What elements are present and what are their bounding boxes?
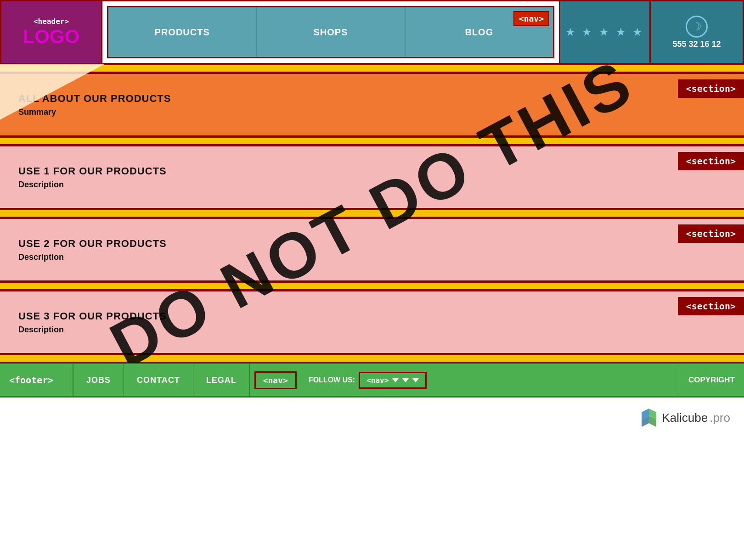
nav-shops[interactable]: SHOPS: [257, 7, 405, 57]
main-nav: <nav> PRODUCTS SHOPS BLOG: [107, 6, 554, 58]
section-2-subtitle: Description: [18, 180, 64, 190]
footer-contact[interactable]: CONTACT: [124, 364, 193, 396]
section-2-title: USE 1 FOR OUR PRODUCTS: [18, 165, 167, 177]
kalicube-name: Kalicube: [662, 411, 708, 425]
section-4-subtitle: Description: [18, 325, 64, 335]
footer-nav-tag: <nav>: [254, 371, 297, 389]
chevron-down-icon-2: [402, 378, 409, 382]
footer-follow-nav-tag: <nav>: [366, 376, 389, 385]
footer-legal[interactable]: LEGAL: [193, 364, 250, 396]
section-1-wrapper: <section> ALL ABOUT OUR PRODUCTS Summary: [0, 64, 744, 137]
yellow-divider-1: [0, 137, 744, 145]
page-footer: <footer> JOBS CONTACT LEGAL <nav> FOLLOW…: [0, 363, 744, 398]
logo-area: <header> LOGO: [1, 1, 102, 63]
section-4-wrapper: <section> USE 3 FOR OUR PRODUCTS Descrip…: [0, 282, 744, 363]
page-header: <header> LOGO <nav> PRODUCTS SHOPS BLOG …: [0, 0, 744, 64]
section-2-wrapper: <section> USE 1 FOR OUR PRODUCTS Descrip…: [0, 137, 744, 209]
stars-display: ★ ★ ★ ★ ★: [565, 26, 645, 39]
section-1: <section> ALL ABOUT OUR PRODUCTS Summary: [0, 73, 744, 137]
section-3-tag: <section>: [678, 224, 744, 243]
section-3-title: USE 2 FOR OUR PRODUCTS: [18, 238, 167, 250]
section-3-subtitle: Description: [18, 252, 64, 262]
nav-links: PRODUCTS SHOPS BLOG: [108, 7, 553, 57]
yellow-divider-4: [0, 354, 744, 363]
phone-number: 555 32 16 12: [672, 39, 721, 49]
logo-text: LOGO: [23, 26, 80, 48]
footer-follow-area: FOLLOW US: <nav>: [301, 372, 434, 389]
kalicube-logo: Kalicube.pro: [638, 407, 730, 429]
section-3: <section> USE 2 FOR OUR PRODUCTS Descrip…: [0, 218, 744, 282]
footer-follow-nav[interactable]: <nav>: [359, 372, 427, 389]
footer-jobs[interactable]: JOBS: [73, 364, 124, 396]
yellow-divider-2: [0, 209, 744, 218]
yellow-divider-3: [0, 282, 744, 290]
footer-tag: <footer>: [0, 364, 73, 396]
chevron-down-icon-3: [412, 378, 419, 382]
section-2: <section> USE 1 FOR OUR PRODUCTS Descrip…: [0, 145, 744, 209]
section-1-title: ALL ABOUT OUR PRODUCTS: [18, 93, 171, 105]
phone-icon: ☽: [686, 16, 708, 38]
header-tag: <header>: [34, 17, 69, 26]
yellow-divider-0: [0, 64, 744, 73]
kalicube-icon: [638, 407, 660, 429]
nav-tag: <nav>: [513, 11, 549, 26]
section-3-wrapper: <section> USE 2 FOR OUR PRODUCTS Descrip…: [0, 209, 744, 282]
section-4-title: USE 3 FOR OUR PRODUCTS: [18, 310, 167, 322]
section-4: <section> USE 3 FOR OUR PRODUCTS Descrip…: [0, 290, 744, 354]
main-content: DO NOT DO THIS <section> ALL ABOUT OUR P…: [0, 64, 744, 363]
phone-area: ☽ 555 32 16 12: [651, 1, 743, 63]
footer-copyright: COPYRIGHT: [679, 364, 744, 396]
bottom-branding: Kalicube.pro: [0, 398, 744, 438]
nav-products[interactable]: PRODUCTS: [108, 7, 257, 57]
section-4-tag: <section>: [678, 297, 744, 315]
phone-symbol: ☽: [692, 20, 702, 33]
section-1-subtitle: Summary: [18, 107, 56, 117]
rating-stars: ★ ★ ★ ★ ★: [559, 1, 651, 63]
kalicube-pro: .pro: [710, 411, 730, 425]
section-2-tag: <section>: [678, 152, 744, 170]
section-1-tag: <section>: [678, 79, 744, 98]
footer-follow-label: FOLLOW US:: [309, 376, 355, 384]
chevron-down-icon: [392, 378, 399, 382]
